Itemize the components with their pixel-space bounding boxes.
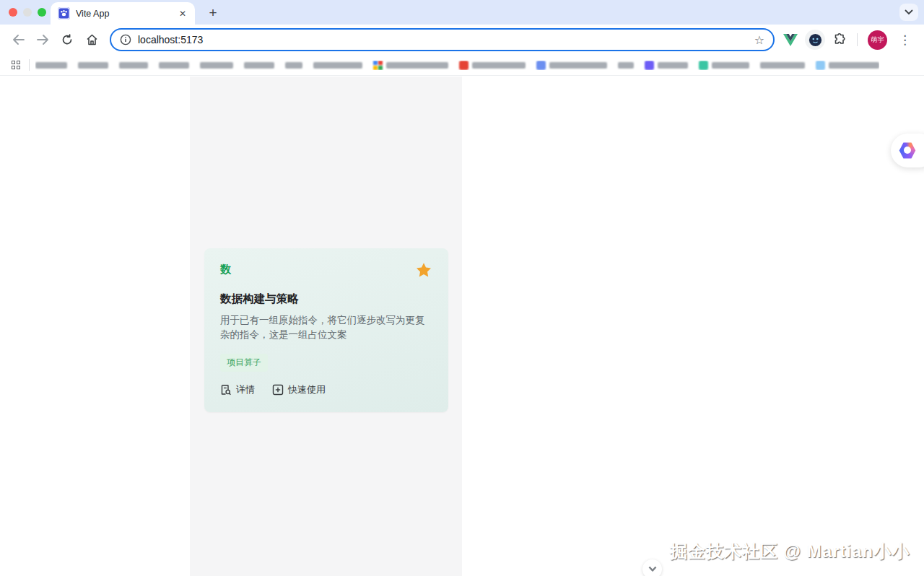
bookmark-label-blurred [119,62,148,69]
list-column: 数 数据构建与策略 用于已有一组原始指令，将它们逐步改写为更复杂的指令，这是一组… [190,77,462,576]
card-badge: 数 [220,263,231,276]
quick-use-label: 快速使用 [288,383,326,396]
bookmark-item[interactable] [159,62,189,69]
bookmark-item[interactable] [285,62,302,69]
back-icon[interactable] [7,29,29,51]
bookmark-label-blurred [35,62,67,69]
detail-label: 详情 [236,383,255,396]
plus-square-icon [272,384,284,396]
bookmark-label-blurred [549,62,607,69]
forward-icon[interactable] [32,29,53,51]
file-search-icon [220,384,232,396]
tab-favicon-paw-icon [58,7,70,19]
tab-vite-app[interactable]: Vite App ✕ [51,2,195,25]
zoom-window-button[interactable] [38,8,46,17]
tab-close-icon[interactable]: ✕ [178,8,188,19]
bookmark-favicon [645,61,654,70]
apps-grid-icon[interactable] [12,61,20,69]
bookmark-item[interactable] [200,62,233,69]
minimize-window-button[interactable] [23,8,32,17]
bookmark-favicon [373,61,383,70]
browser-toolbar: localhost:5173 ☆ 萌宇 ⋮ [0,25,924,55]
hexagon-logo-icon [899,142,916,160]
browser-window: Vite App ✕ + localhost:5173 ☆ [0,0,924,576]
bookmark-item[interactable] [645,61,688,70]
bookmark-item[interactable] [244,62,274,69]
card-tag: 项目算子 [220,354,268,372]
reload-icon[interactable] [56,29,78,51]
extensions-area: 萌宇 ⋮ [783,30,917,50]
bookmark-label-blurred [658,62,688,69]
bookmark-item[interactable] [313,62,362,69]
bookmark-label-blurred [618,62,634,69]
scroll-down-button[interactable] [642,559,662,576]
url-text[interactable]: localhost:5173 [138,34,748,45]
bookmark-favicon [459,61,468,70]
bookmark-label-blurred [760,62,805,69]
bookmark-item[interactable] [618,62,634,69]
bookmark-favicon [699,61,708,70]
profile-avatar[interactable]: 萌宇 [868,30,887,50]
bookmarks-divider [29,59,30,71]
new-tab-button[interactable]: + [204,4,222,22]
bookmark-label-blurred [200,62,233,69]
bookmark-favicon [816,61,825,70]
bookmark-label-blurred [285,62,302,69]
bookmark-item[interactable] [699,61,749,70]
bookmark-label-blurred [472,62,526,69]
home-icon[interactable] [81,29,103,51]
tab-title: Vite App [76,9,172,19]
bookmark-label-blurred [78,62,108,69]
favorite-star-icon[interactable] [415,261,432,279]
bookmark-label-blurred [159,62,189,69]
bookmark-item[interactable] [536,61,607,70]
card-title: 数据构建与策略 [220,292,432,307]
vue-devtools-icon[interactable] [783,34,798,46]
bookmarks-list [35,61,879,70]
quick-use-button[interactable]: 快速使用 [272,383,326,396]
page-info-icon[interactable] [120,34,131,45]
address-bar[interactable]: localhost:5173 ☆ [110,28,775,51]
prompt-card[interactable]: 数 数据构建与策略 用于已有一组原始指令，将它们逐步改写为更复杂的指令，这是一组… [204,248,448,412]
bookmark-item[interactable] [816,61,879,70]
ai-extension-icon[interactable] [805,30,825,50]
close-window-button[interactable] [9,8,17,17]
bookmark-label-blurred [313,62,362,69]
traffic-lights [0,8,55,17]
watermark-text: 掘金技术社区 @ Martian小小 [670,540,910,563]
browser-menu-icon[interactable]: ⋮ [894,32,915,48]
card-header: 数 [220,263,432,279]
extension-floating-button[interactable] [891,134,924,167]
toolbar-divider [857,33,858,46]
bookmark-label-blurred [712,62,749,69]
bookmark-item[interactable] [459,61,526,70]
tab-search-chevron-button[interactable] [899,4,918,21]
bookmark-item[interactable] [35,62,67,69]
bookmark-label-blurred [829,62,879,69]
bookmark-item[interactable] [78,62,108,69]
bookmark-item[interactable] [760,62,805,69]
card-description: 用于已有一组原始指令，将它们逐步改写为更复杂的指令，这是一组占位文案 [220,313,430,342]
bookmark-label-blurred [386,62,448,69]
bookmark-item[interactable] [119,62,148,69]
page-content: 数 数据构建与策略 用于已有一组原始指令，将它们逐步改写为更复杂的指令，这是一组… [0,77,924,576]
card-actions: 详情 快速使用 [220,383,432,396]
extensions-puzzle-icon[interactable] [832,32,847,47]
tab-strip: Vite App ✕ + [0,0,924,25]
bookmark-favicon [536,61,546,70]
bookmark-item[interactable] [373,61,448,70]
bookmarks-bar [0,55,924,76]
chevron-down-icon [648,566,657,572]
bookmark-star-icon[interactable]: ☆ [754,33,764,47]
detail-button[interactable]: 详情 [220,383,255,396]
bookmark-label-blurred [244,62,274,69]
